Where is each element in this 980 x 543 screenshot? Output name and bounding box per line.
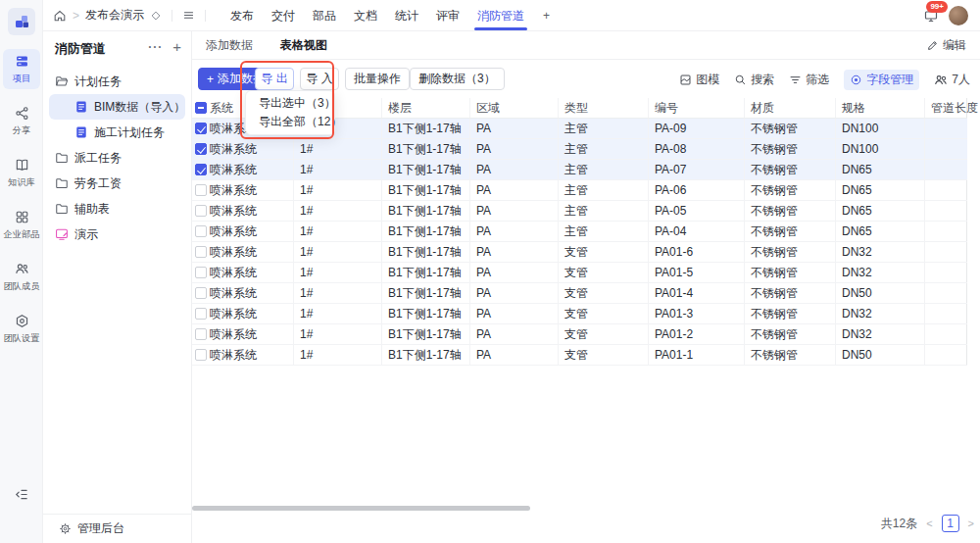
table-row[interactable]: 喷淋系统1#B1下侧1-17轴PA支管PA01-4不锈钢管DN50	[192, 283, 967, 304]
tab-add-data[interactable]: 添加数据	[206, 37, 253, 54]
add-tab-button[interactable]: +	[543, 9, 550, 23]
filter-button[interactable]: 筛选	[789, 72, 829, 88]
switch-project-icon[interactable]	[150, 10, 162, 22]
cell: PA-04	[648, 222, 744, 241]
row-checkbox[interactable]	[195, 267, 207, 278]
rail-item-1[interactable]: 项目	[3, 49, 40, 89]
horizontal-scrollbar-thumb[interactable]	[192, 506, 530, 511]
search-button[interactable]: 搜索	[734, 72, 774, 88]
cell: 支管	[558, 242, 648, 262]
rail-item-5[interactable]: 团队成员	[3, 257, 40, 297]
cell: 不锈钢管	[744, 324, 835, 344]
cell	[924, 304, 980, 323]
breadcrumb-project[interactable]: 发布会演示	[85, 7, 144, 24]
model-view-button[interactable]: 图模	[679, 72, 719, 88]
field-manage-button[interactable]: 字段管理	[844, 70, 919, 90]
row-checkbox[interactable]	[195, 184, 207, 196]
cell: 喷淋系统	[210, 139, 293, 159]
table-row[interactable]: 喷淋系统1#B1下侧1-17轴PA主管PA-04不锈钢管DN65	[192, 222, 967, 242]
members-button[interactable]: 7人	[934, 72, 970, 88]
cell: DN32	[835, 242, 924, 262]
cell: PA	[469, 119, 558, 138]
current-page[interactable]: 1	[942, 515, 959, 532]
doc-icon	[74, 100, 88, 114]
rail-item-label: 企业部品	[4, 228, 40, 241]
table-row[interactable]: 喷淋系统1#B1下侧1-17轴PA主管PA-06不锈钢管DN65	[192, 180, 967, 201]
tree-item-label: 施工计划任务	[94, 124, 165, 141]
home-icon[interactable]	[53, 9, 67, 23]
cell: 不锈钢管	[744, 283, 835, 303]
table-row[interactable]: 喷淋系统1#B1下侧1-17轴PA支管PA01-3不锈钢管DN32	[192, 304, 967, 324]
nav-item[interactable]: 消防管道	[477, 0, 524, 31]
tree-item[interactable]: 辅助表	[49, 196, 185, 222]
avatar[interactable]	[949, 6, 968, 25]
rail-item-6[interactable]: 团队设置	[3, 309, 40, 349]
row-checkbox[interactable]	[195, 164, 207, 175]
row-checkbox[interactable]	[195, 349, 207, 361]
nav-item[interactable]: 发布	[230, 0, 254, 31]
cell: 喷淋系统	[210, 160, 293, 179]
nav-item[interactable]: 交付	[271, 0, 295, 31]
row-checkbox[interactable]	[195, 205, 207, 217]
more-icon[interactable]: ···	[148, 40, 163, 54]
nav-item[interactable]: 文档	[354, 0, 377, 31]
app-logo[interactable]	[8, 8, 35, 35]
tree-item[interactable]: 派工任务	[49, 145, 185, 171]
rail-item-3[interactable]: 知识库	[3, 153, 40, 193]
cell: 1#	[293, 160, 381, 179]
export-menu-item[interactable]: 导出选中（3）	[246, 94, 334, 113]
cell: PA	[469, 222, 558, 241]
next-page-icon[interactable]: >	[968, 518, 974, 529]
prev-page-icon[interactable]: <	[926, 518, 932, 529]
table-row[interactable]: 喷淋系统1#B1下侧1-17轴PA主管PA-07不锈钢管DN65	[192, 160, 967, 180]
add-node-icon[interactable]: +	[172, 40, 181, 54]
select-all-checkbox[interactable]	[195, 102, 207, 114]
cell: 支管	[558, 345, 648, 365]
nav-item[interactable]: 评审	[436, 0, 460, 31]
cell: 喷淋系统	[210, 263, 293, 282]
row-checkbox[interactable]	[195, 225, 207, 237]
import-button[interactable]: 导 入	[300, 68, 339, 90]
nav-item[interactable]: 部品	[313, 0, 336, 31]
cell: 支管	[558, 283, 648, 303]
export-menu-item[interactable]: 导出全部（12）	[246, 113, 334, 131]
tab-table-view[interactable]: 表格视图	[280, 37, 327, 54]
rail-item-2[interactable]: 分享	[3, 101, 40, 141]
tree-item[interactable]: 计划任务	[49, 69, 185, 94]
cell: B1下侧1-17轴	[381, 180, 469, 200]
admin-console-link[interactable]: 管理后台	[43, 514, 191, 543]
table-row[interactable]: 喷淋系统1#B1下侧1-17轴PA支管PA01-2不锈钢管DN32	[192, 324, 967, 345]
collapse-sidebar-icon[interactable]	[14, 487, 28, 502]
edit-button[interactable]: 编辑	[926, 31, 966, 60]
row-checkbox[interactable]	[195, 287, 207, 299]
row-checkbox[interactable]	[195, 123, 207, 134]
table-row[interactable]: 喷淋系统1#B1下侧1-17轴PA主管PA-08不锈钢管DN100	[192, 139, 967, 160]
export-button[interactable]: 导 出	[255, 68, 294, 90]
rail-item-4[interactable]: 企业部品	[3, 205, 40, 245]
column-header: 类型	[558, 98, 648, 118]
notification-icon[interactable]: 99+	[923, 8, 939, 24]
row-checkbox[interactable]	[195, 143, 207, 155]
delete-data-button[interactable]: 删除数据（3）	[410, 68, 505, 90]
tree-item[interactable]: 演示	[49, 222, 185, 247]
cell: 主管	[558, 139, 648, 159]
table-row[interactable]: 喷淋系统1#B1下侧1-17轴PA主管PA-05不锈钢管DN65	[192, 201, 967, 222]
cell	[924, 201, 980, 221]
nav-item[interactable]: 统计	[395, 0, 418, 31]
tree-item[interactable]: 施工计划任务	[49, 120, 185, 145]
table-tools: 图模 搜索 筛选 字段管理 7人	[679, 70, 970, 90]
row-checkbox[interactable]	[195, 328, 207, 340]
table-row[interactable]: 喷淋系统1#B1下侧1-17轴PA支管PA01-5不锈钢管DN32	[192, 263, 967, 283]
row-checkbox[interactable]	[195, 308, 207, 320]
batch-operation-button[interactable]: 批量操作	[345, 68, 410, 90]
row-checkbox[interactable]	[195, 246, 207, 258]
table-row[interactable]: 喷淋系统1#B1下侧1-17轴PA支管PA01-6不锈钢管DN32	[192, 242, 967, 263]
tree-item[interactable]: 劳务工资	[49, 171, 185, 196]
rail-share-icon	[15, 106, 29, 121]
gear-icon	[59, 522, 72, 535]
table-row[interactable]: 喷淋系统1#B1下侧1-17轴PA支管PA01-1不锈钢管DN50	[192, 345, 967, 366]
cell: DN100	[835, 139, 924, 159]
cell: 主管	[558, 119, 648, 138]
tree-item[interactable]: BIM数据（导入）	[49, 94, 185, 120]
menu-icon[interactable]	[182, 9, 195, 22]
